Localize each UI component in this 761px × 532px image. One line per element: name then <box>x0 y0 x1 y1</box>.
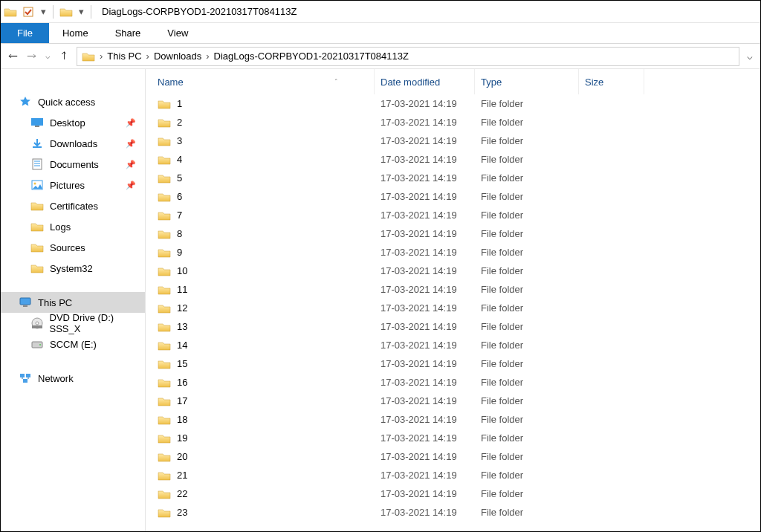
file-row[interactable]: 2017-03-2021 14:19File folder <box>152 447 760 466</box>
folder-icon <box>158 451 171 463</box>
nav-up-icon[interactable]: 🡑 <box>59 51 69 62</box>
chevron-right-icon[interactable]: › <box>100 51 103 62</box>
file-name: 10 <box>177 265 187 276</box>
file-row[interactable]: 1417-03-2021 14:19File folder <box>152 336 760 354</box>
file-row[interactable]: 617-03-2021 14:19File folder <box>152 187 760 206</box>
file-row[interactable]: 1217-03-2021 14:19File folder <box>152 299 760 317</box>
address-bar[interactable]: › This PC›Downloads›DiagLogs-CORPBYOD1-2… <box>77 47 739 66</box>
nav-item-label: Downloads <box>50 138 97 149</box>
file-name: 6 <box>177 191 182 202</box>
file-row[interactable]: 1617-03-2021 14:19File folder <box>152 373 760 392</box>
nav-quick-access[interactable]: Quick access <box>1 91 145 112</box>
nav-item-system32[interactable]: System32 <box>1 258 145 279</box>
file-type: File folder <box>475 488 579 499</box>
nav-drive[interactable]: DVD Drive (D:) SSS_X <box>1 313 145 334</box>
column-size[interactable]: Size <box>579 69 644 94</box>
qat-dropdown-icon[interactable]: ▾ <box>39 6 47 18</box>
address-dropdown-icon[interactable]: ⌵ <box>747 51 753 62</box>
folder-icon <box>158 377 171 389</box>
app-folder-icon <box>4 6 17 18</box>
pc-icon <box>19 296 32 308</box>
file-row[interactable]: 1717-03-2021 14:19File folder <box>152 392 760 410</box>
nav-item-documents[interactable]: Documents📌 <box>1 154 145 175</box>
nav-item-pictures[interactable]: Pictures📌 <box>1 175 145 195</box>
tab-view[interactable]: View <box>154 23 201 43</box>
file-row[interactable]: 1117-03-2021 14:19File folder <box>152 280 760 299</box>
file-name: 20 <box>177 451 187 462</box>
nav-item-sources[interactable]: Sources <box>1 237 145 258</box>
file-type: File folder <box>475 191 579 202</box>
folder-icon <box>158 117 171 129</box>
nav-item-downloads[interactable]: Downloads📌 <box>1 133 145 154</box>
nav-item-label: DVD Drive (D:) SSS_X <box>50 312 146 334</box>
file-row[interactable]: 1517-03-2021 14:19File folder <box>152 354 760 373</box>
breadcrumb[interactable]: This PC <box>107 51 141 62</box>
file-row[interactable]: 817-03-2021 14:19File folder <box>152 224 760 243</box>
file-row[interactable]: 2217-03-2021 14:19File folder <box>152 484 760 503</box>
nav-this-pc-label: This PC <box>38 297 72 308</box>
file-name: 8 <box>177 228 182 239</box>
file-row[interactable]: 317-03-2021 14:19File folder <box>152 132 760 150</box>
folder-icon <box>158 302 171 314</box>
file-row[interactable]: 917-03-2021 14:19File folder <box>152 243 760 262</box>
file-row[interactable]: 217-03-2021 14:19File folder <box>152 113 760 132</box>
chevron-right-icon[interactable]: › <box>146 51 149 62</box>
file-row[interactable]: 1817-03-2021 14:19File folder <box>152 410 760 429</box>
file-name: 3 <box>177 135 182 146</box>
file-type: File folder <box>475 98 579 109</box>
column-type-label: Type <box>481 77 502 88</box>
tab-file[interactable]: File <box>1 23 49 43</box>
file-type: File folder <box>475 432 579 444</box>
file-date: 17-03-2021 14:19 <box>375 470 475 481</box>
file-date: 17-03-2021 14:19 <box>375 432 475 444</box>
nav-this-pc[interactable]: This PC <box>1 292 145 313</box>
chevron-right-icon[interactable]: › <box>206 51 209 62</box>
nav-item-desktop[interactable]: Desktop📌 <box>1 112 145 133</box>
file-date: 17-03-2021 14:19 <box>375 191 475 202</box>
file-date: 17-03-2021 14:19 <box>375 172 475 184</box>
file-name: 14 <box>177 340 187 351</box>
nav-item-label: Documents <box>50 159 99 170</box>
file-row[interactable]: 1017-03-2021 14:19File folder <box>152 262 760 280</box>
nav-drive[interactable]: SCCM (E:) <box>1 334 145 354</box>
tab-share[interactable]: Share <box>102 23 155 43</box>
breadcrumb[interactable]: Downloads <box>154 51 201 62</box>
file-row[interactable]: 2317-03-2021 14:19File folder <box>152 503 760 522</box>
file-row[interactable]: 2117-03-2021 14:19File folder <box>152 466 760 484</box>
nav-item-logs[interactable]: Logs <box>1 216 145 237</box>
file-name: 15 <box>177 358 187 369</box>
qat-folder-dropdown-icon[interactable]: ▾ <box>77 6 85 18</box>
qat-folder-icon[interactable] <box>59 6 73 18</box>
breadcrumb[interactable]: DiagLogs-CORPBYOD1-20210317T084113Z <box>214 51 409 62</box>
column-type[interactable]: Type <box>475 69 579 94</box>
file-name: 12 <box>177 302 187 314</box>
file-row[interactable]: 717-03-2021 14:19File folder <box>152 206 760 224</box>
file-row[interactable]: 417-03-2021 14:19File folder <box>152 150 760 169</box>
nav-item-certificates[interactable]: Certificates <box>1 195 145 216</box>
nav-forward-icon[interactable]: 🡒 <box>27 51 36 62</box>
nav-network[interactable]: Network <box>1 368 145 389</box>
nav-back-icon[interactable]: 🡐 <box>8 51 18 62</box>
file-date: 17-03-2021 14:19 <box>375 321 475 332</box>
column-name[interactable]: Name ˄ <box>152 69 375 94</box>
column-date[interactable]: Date modified <box>375 69 475 94</box>
file-row[interactable]: 1317-03-2021 14:19File folder <box>152 317 760 336</box>
nav-recent-dropdown-icon[interactable]: ⌵ <box>45 51 51 61</box>
pic-icon <box>30 179 44 191</box>
folder-icon <box>158 154 171 166</box>
file-row[interactable]: 117-03-2021 14:19File folder <box>152 94 760 113</box>
file-row[interactable]: 517-03-2021 14:19File folder <box>152 169 760 187</box>
file-type: File folder <box>475 265 579 276</box>
tab-home[interactable]: Home <box>49 23 102 43</box>
file-date: 17-03-2021 14:19 <box>375 395 475 406</box>
file-row[interactable]: 1917-03-2021 14:19File folder <box>152 429 760 447</box>
file-date: 17-03-2021 14:19 <box>375 302 475 314</box>
nav-item-label: Logs <box>50 221 71 233</box>
file-type: File folder <box>475 135 579 146</box>
sort-indicator-icon: ˄ <box>334 78 338 85</box>
folder-icon <box>158 172 171 184</box>
file-date: 17-03-2021 14:19 <box>375 507 475 518</box>
dvd-icon <box>30 317 44 329</box>
qat-properties-icon[interactable] <box>22 6 35 18</box>
file-date: 17-03-2021 14:19 <box>375 210 475 221</box>
